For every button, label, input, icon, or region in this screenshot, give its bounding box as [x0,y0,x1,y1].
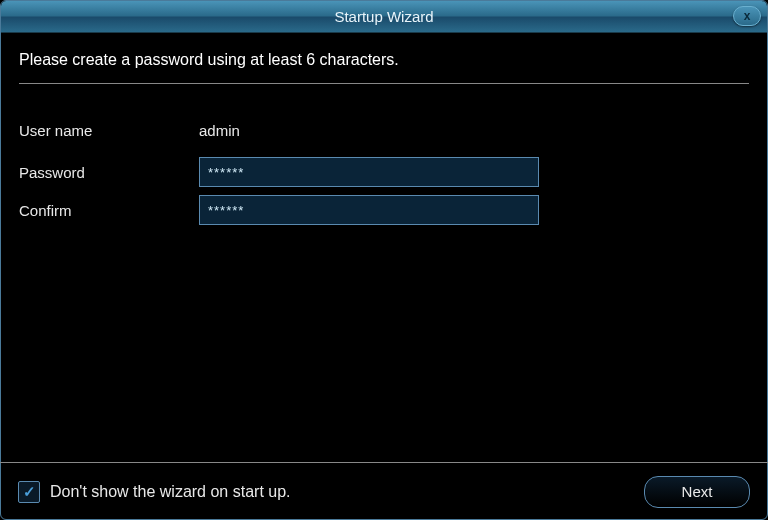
username-row: User name admin [19,122,749,139]
confirm-label: Confirm [19,202,199,219]
password-label: Password [19,164,199,181]
titlebar: Startup Wizard x [1,1,767,33]
username-label: User name [19,122,199,139]
checkmark-icon: ✓ [23,483,36,501]
close-icon: x [744,10,751,22]
password-input[interactable] [199,157,539,187]
close-button[interactable]: x [733,6,761,26]
next-button[interactable]: Next [644,476,750,508]
next-button-label: Next [682,483,713,500]
instruction-text: Please create a password using at least … [19,51,749,69]
password-row: Password [19,157,749,187]
content-area: Please create a password using at least … [1,33,767,461]
username-value: admin [199,122,240,139]
checkbox-wrap: ✓ Don't show the wizard on start up. [18,481,291,503]
footer: ✓ Don't show the wizard on start up. Nex… [0,462,768,520]
confirm-row: Confirm [19,195,749,225]
confirm-input[interactable] [199,195,539,225]
window-title: Startup Wizard [334,8,433,25]
dont-show-checkbox[interactable]: ✓ [18,481,40,503]
checkbox-label: Don't show the wizard on start up. [50,483,291,501]
divider [19,83,749,84]
